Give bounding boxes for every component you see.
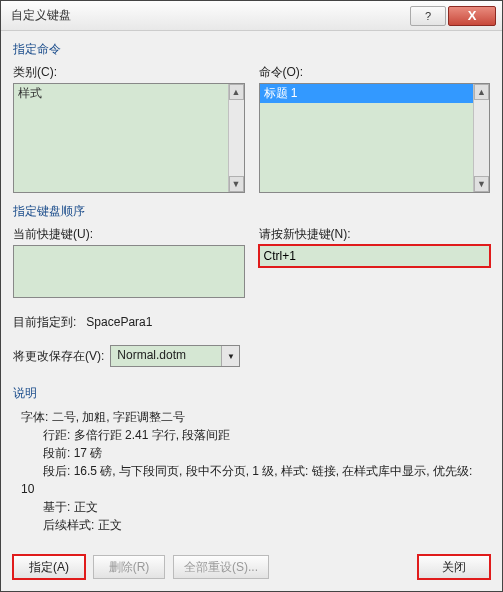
close-button[interactable]: 关闭 — [418, 555, 490, 579]
categories-label: 类别(C): — [13, 64, 245, 81]
help-icon[interactable]: ? — [410, 6, 446, 26]
reset-all-button: 全部重设(S)... — [173, 555, 269, 579]
section-command: 指定命令 — [13, 41, 490, 58]
new-shortcut-input[interactable] — [259, 245, 491, 267]
titlebar: 自定义键盘 ? X — [1, 1, 502, 31]
chevron-down-icon[interactable]: ▼ — [474, 176, 489, 192]
save-in-value: Normal.dotm — [111, 346, 221, 366]
assigned-to-label: 目前指定到: — [13, 315, 76, 329]
current-keys-label: 当前快捷键(U): — [13, 226, 245, 243]
dialog-customize-keyboard: 自定义键盘 ? X 指定命令 类别(C): 样式 ▲ ▼ 命令(O): — [0, 0, 503, 592]
chevron-up-icon[interactable]: ▲ — [229, 84, 244, 100]
description-label: 说明 — [13, 385, 490, 402]
chevron-up-icon[interactable]: ▲ — [474, 84, 489, 100]
chevron-down-icon[interactable]: ▼ — [229, 176, 244, 192]
commands-label: 命令(O): — [259, 64, 491, 81]
scrollbar[interactable]: ▲ ▼ — [473, 84, 489, 192]
current-keys-listbox[interactable] — [13, 245, 245, 298]
chevron-down-icon[interactable]: ▼ — [221, 346, 239, 366]
commands-listbox[interactable]: 标题 1 ▲ ▼ — [259, 83, 491, 193]
list-item[interactable]: 样式 — [14, 84, 244, 103]
remove-button: 删除(R) — [93, 555, 165, 579]
categories-listbox[interactable]: 样式 ▲ ▼ — [13, 83, 245, 193]
save-in-combo[interactable]: Normal.dotm ▼ — [110, 345, 240, 367]
list-item[interactable]: 标题 1 — [260, 84, 490, 103]
save-in-label: 将更改保存在(V): — [13, 348, 104, 365]
assign-button[interactable]: 指定(A) — [13, 555, 85, 579]
new-key-label: 请按新快捷键(N): — [259, 226, 491, 243]
window-title: 自定义键盘 — [7, 7, 410, 24]
scrollbar[interactable]: ▲ ▼ — [228, 84, 244, 192]
description-text: 字体: 二号, 加粗, 字距调整二号 行距: 多倍行距 2.41 字行, 段落间… — [13, 404, 490, 534]
assigned-to-value: SpacePara1 — [86, 315, 152, 329]
section-sequence: 指定键盘顺序 — [13, 203, 490, 220]
close-icon[interactable]: X — [448, 6, 496, 26]
